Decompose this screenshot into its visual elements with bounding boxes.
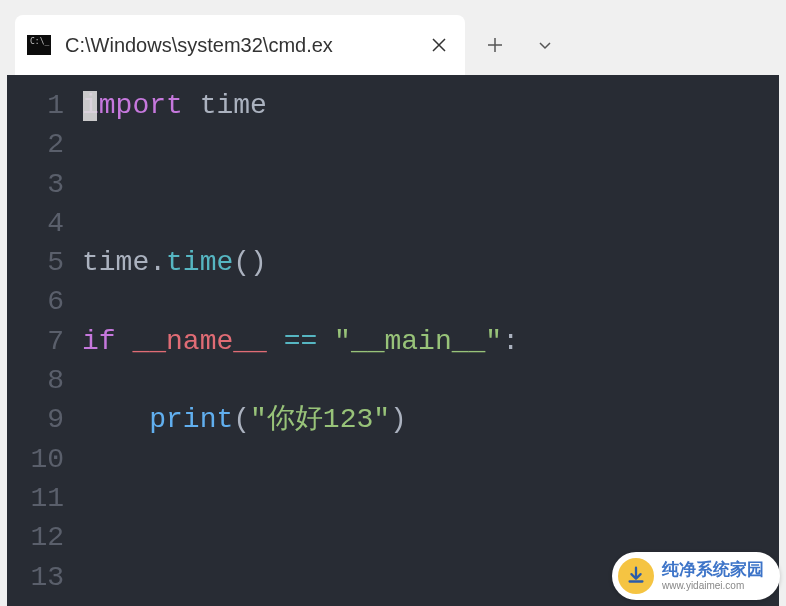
title-bar: C:\Windows\system32\cmd.ex [0,0,786,75]
code-content[interactable]: import time time.time() if __name__ == "… [82,75,779,606]
plus-icon [486,36,504,54]
tab-title: C:\Windows\system32\cmd.ex [65,34,421,57]
download-icon [618,558,654,594]
code-line [82,479,779,518]
line-number: 3 [7,165,64,204]
code-line [82,282,779,321]
line-number: 4 [7,204,64,243]
code-line: time.time() [82,243,779,282]
line-number: 9 [7,400,64,439]
cmd-icon [27,35,51,55]
line-number: 7 [7,322,64,361]
watermark-sub: www.yidaimei.com [662,580,764,591]
code-line [82,361,779,400]
new-tab-button[interactable] [470,25,520,65]
line-number: 6 [7,282,64,321]
text-cursor [83,91,97,121]
chevron-down-icon [537,37,553,53]
code-line: print("你好123") [82,400,779,439]
close-tab-button[interactable] [421,27,457,63]
line-number: 5 [7,243,64,282]
line-number: 1 [7,86,64,125]
line-number: 13 [7,558,64,597]
code-line [82,440,779,479]
code-line: import time [82,86,779,125]
line-number: 11 [7,479,64,518]
terminal-tab[interactable]: C:\Windows\system32\cmd.ex [15,15,465,75]
close-icon [431,37,447,53]
tab-actions [465,25,570,65]
line-number: 10 [7,440,64,479]
code-line [82,165,779,204]
line-gutter: 1 2 3 4 5 6 7 8 9 10 11 12 13 [7,75,82,606]
tab-dropdown-button[interactable] [520,25,570,65]
line-number: 12 [7,518,64,557]
line-number: 2 [7,125,64,164]
code-line [82,125,779,164]
line-number: 8 [7,361,64,400]
editor-area[interactable]: 1 2 3 4 5 6 7 8 9 10 11 12 13 import tim… [7,75,779,606]
code-line [82,204,779,243]
watermark-text: 纯净系统家园 www.yidaimei.com [662,561,764,591]
code-line: if __name__ == "__main__": [82,322,779,361]
watermark-main: 纯净系统家园 [662,561,764,580]
watermark-badge: 纯净系统家园 www.yidaimei.com [612,552,780,600]
